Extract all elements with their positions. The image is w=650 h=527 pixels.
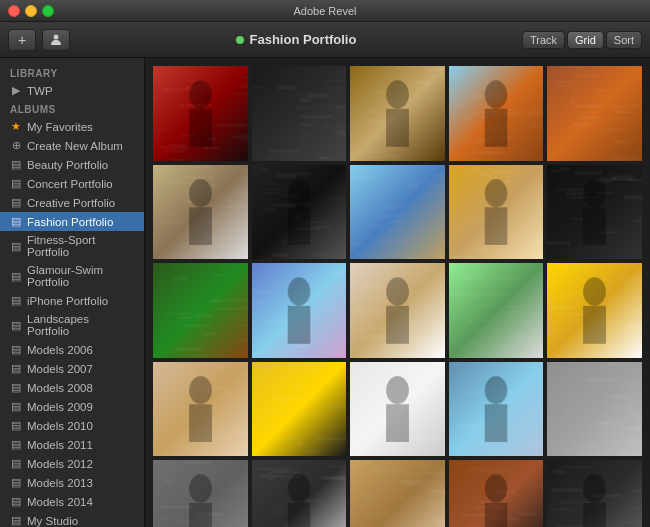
photo-cell[interactable]: [547, 460, 642, 527]
photo-cell[interactable]: [252, 263, 347, 358]
photo-cell[interactable]: [350, 165, 445, 260]
sidebar-item-label: Beauty Portfolio: [27, 159, 108, 171]
titlebar: Adobe Revel: [0, 0, 650, 22]
sidebar-item-label: Create New Album: [27, 140, 123, 152]
photo-cell[interactable]: [547, 263, 642, 358]
photo-cell[interactable]: [449, 263, 544, 358]
sidebar-item-label: Models 2014: [27, 496, 93, 508]
sidebar-item-label: Glamour-Swim Portfolio: [27, 264, 134, 288]
photo-cell[interactable]: [252, 460, 347, 527]
sidebar-item-label: My Studio: [27, 515, 78, 527]
sidebar-icon: ▤: [10, 419, 22, 432]
sidebar-item-label: Models 2009: [27, 401, 93, 413]
sidebar-item-iphone-portfolio[interactable]: ▤iPhone Portfolio: [0, 291, 144, 310]
sidebar-item-models-2007[interactable]: ▤Models 2007: [0, 359, 144, 378]
sidebar-item-my-studio[interactable]: ▤My Studio: [0, 511, 144, 527]
sidebar-item-glamour-swim[interactable]: ▤Glamour-Swim Portfolio: [0, 261, 144, 291]
photo-cell[interactable]: [350, 362, 445, 457]
sidebar-item-my-favorites[interactable]: ★My Favorites: [0, 117, 144, 136]
sidebar-item-concert-portfolio[interactable]: ▤Concert Portfolio: [0, 174, 144, 193]
library-label: LIBRARY: [0, 64, 144, 81]
photo-grid-container: SHOES: [145, 58, 650, 527]
sidebar-item-label: Models 2007: [27, 363, 93, 375]
people-button[interactable]: [42, 29, 70, 51]
add-button[interactable]: +: [8, 29, 36, 51]
sidebar-item-models-2012[interactable]: ▤Models 2012: [0, 454, 144, 473]
sidebar-item-models-2009[interactable]: ▤Models 2009: [0, 397, 144, 416]
photo-cell[interactable]: [153, 362, 248, 457]
sidebar-icon: ★: [10, 120, 22, 133]
photo-cell[interactable]: [153, 460, 248, 527]
album-title-bar: Fashion Portfolio: [76, 32, 516, 47]
sidebar-item-label: Models 2008: [27, 382, 93, 394]
sidebar-icon: ▤: [10, 400, 22, 413]
sidebar-item-models-2008[interactable]: ▤Models 2008: [0, 378, 144, 397]
sidebar-icon: ▤: [10, 343, 22, 356]
sidebar-item-create-new-album[interactable]: ⊕Create New Album: [0, 136, 144, 155]
sidebar-icon: ▤: [10, 158, 22, 171]
sidebar-item-models-2013[interactable]: ▤Models 2013: [0, 473, 144, 492]
photo-cell[interactable]: [252, 66, 347, 161]
sidebar-item-label: Models 2012: [27, 458, 93, 470]
sidebar-item-label: Fashion Portfolio: [27, 216, 113, 228]
grid-button[interactable]: Grid: [567, 31, 604, 49]
sidebar-item-beauty-portfolio[interactable]: ▤Beauty Portfolio: [0, 155, 144, 174]
photo-cell[interactable]: [153, 263, 248, 358]
sidebar-item-models-2010[interactable]: ▤Models 2010: [0, 416, 144, 435]
photo-cell[interactable]: [449, 66, 544, 161]
sidebar-icon: ▤: [10, 319, 22, 332]
track-button[interactable]: Track: [522, 31, 565, 49]
sidebar-item-models-2014[interactable]: ▤Models 2014: [0, 492, 144, 511]
maximize-button[interactable]: [42, 5, 54, 17]
photo-cell[interactable]: [449, 460, 544, 527]
sidebar-item-label: Concert Portfolio: [27, 178, 113, 190]
photo-cell[interactable]: [153, 66, 248, 161]
photo-cell[interactable]: [449, 362, 544, 457]
sidebar: LIBRARY ▶ TWP ALBUMS ★My Favorites⊕Creat…: [0, 58, 145, 527]
sidebar-item-models-2011[interactable]: ▤Models 2011: [0, 435, 144, 454]
photo-cell[interactable]: [252, 165, 347, 260]
sidebar-icon: ▤: [10, 362, 22, 375]
photo-cell[interactable]: [350, 460, 445, 527]
sidebar-icon: ▤: [10, 196, 22, 209]
photo-cell[interactable]: [153, 165, 248, 260]
photo-cell[interactable]: [547, 362, 642, 457]
sidebar-item-label: iPhone Portfolio: [27, 295, 108, 307]
photo-cell[interactable]: [252, 362, 347, 457]
minimize-button[interactable]: [25, 5, 37, 17]
sidebar-item-creative-portfolio[interactable]: ▤Creative Portfolio: [0, 193, 144, 212]
sidebar-item-landscapes[interactable]: ▤Landscapes Portfolio: [0, 310, 144, 340]
sidebar-item-fitness-sport[interactable]: ▤Fitness-Sport Portfolio: [0, 231, 144, 261]
photo-grid: SHOES: [153, 66, 642, 527]
sidebar-icon: ▤: [10, 514, 22, 527]
albums-label: ALBUMS: [0, 100, 144, 117]
sidebar-icon: ▤: [10, 495, 22, 508]
toolbar: + Fashion Portfolio Track Grid Sort: [0, 22, 650, 58]
sidebar-items-list: ★My Favorites⊕Create New Album▤Beauty Po…: [0, 117, 144, 527]
photo-cell[interactable]: [350, 263, 445, 358]
sidebar-item-models-2006[interactable]: ▤Models 2006: [0, 340, 144, 359]
close-button[interactable]: [8, 5, 20, 17]
sync-indicator: [236, 36, 244, 44]
photo-cell[interactable]: [449, 165, 544, 260]
sidebar-icon: ▤: [10, 215, 22, 228]
sidebar-item-twp[interactable]: ▶ TWP: [0, 81, 144, 100]
sidebar-icon: ▤: [10, 240, 22, 253]
sidebar-icon: ▤: [10, 438, 22, 451]
photo-cell[interactable]: [547, 66, 642, 161]
photo-cell[interactable]: [547, 165, 642, 260]
sidebar-item-label: Models 2011: [27, 439, 93, 451]
traffic-lights: [8, 5, 54, 17]
sidebar-icon: ▤: [10, 457, 22, 470]
sidebar-item-label: Models 2010: [27, 420, 93, 432]
main-layout: LIBRARY ▶ TWP ALBUMS ★My Favorites⊕Creat…: [0, 58, 650, 527]
sidebar-item-label: Models 2013: [27, 477, 93, 489]
photo-cell[interactable]: [350, 66, 445, 161]
sidebar-item-label: Landscapes Portfolio: [27, 313, 134, 337]
sidebar-item-fashion-portfolio[interactable]: ▤Fashion Portfolio: [0, 212, 144, 231]
sort-button[interactable]: Sort: [606, 31, 642, 49]
sidebar-icon: ⊕: [10, 139, 22, 152]
sidebar-item-label: Creative Portfolio: [27, 197, 115, 209]
sidebar-icon: ▤: [10, 294, 22, 307]
sidebar-icon: ▤: [10, 381, 22, 394]
